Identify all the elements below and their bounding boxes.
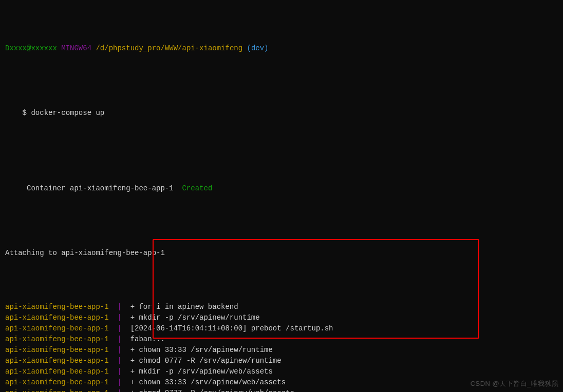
prompt-branch: (dev)	[247, 43, 269, 54]
status-created: Created	[182, 184, 212, 192]
container-name: api-xiaomifeng-bee-app-1	[5, 323, 109, 334]
log-line: api-xiaomifeng-bee-app-1 | + chown 33:33…	[5, 345, 561, 356]
log-line: api-xiaomifeng-bee-app-1 | + mkdir -p /s…	[5, 312, 561, 323]
log-line: api-xiaomifeng-bee-app-1 | + mkdir -p /s…	[5, 366, 561, 377]
prompt-path: /d/phpstudy_pro/WWW/api-xiaomifeng	[96, 43, 242, 54]
shell-prompt-line: Dxxxx@xxxxxx MINGW64 /d/phpstudy_pro/WWW…	[5, 43, 561, 54]
separator: |	[109, 345, 130, 356]
log-message: + chmod 0777 -R /srv/apinew/web/assets	[130, 388, 561, 392]
separator: |	[109, 388, 130, 392]
separator: |	[109, 366, 130, 377]
log-line: api-xiaomifeng-bee-app-1 | + chmod 0777 …	[5, 356, 561, 366]
log-message: + mkdir -p /srv/apinew/web/assets	[130, 366, 561, 377]
container-name: api-xiaomifeng-bee-app-1	[5, 312, 109, 323]
separator: |	[109, 356, 130, 366]
separator: |	[109, 312, 130, 323]
log-message: + for i in apinew backend	[130, 302, 561, 312]
container-name: api-xiaomifeng-bee-app-1	[5, 302, 109, 312]
terminal-output[interactable]: Dxxxx@xxxxxx MINGW64 /d/phpstudy_pro/WWW…	[0, 0, 563, 392]
container-name: api-xiaomifeng-bee-app-1	[5, 345, 109, 356]
log-message: + chown 33:33 /srv/apinew/web/assets	[130, 377, 561, 388]
container-name: api-xiaomifeng-bee-app-1	[5, 334, 109, 345]
container-name: api-xiaomifeng-bee-app-1	[5, 366, 109, 377]
command-line: $ docker-compose up	[5, 97, 561, 129]
log-line: api-xiaomifeng-bee-app-1 | [2024-06-14T1…	[5, 323, 561, 334]
separator: |	[109, 323, 130, 334]
log-message: + mkdir -p /srv/apinew/runtime	[130, 312, 561, 323]
separator: |	[109, 377, 130, 388]
prompt-symbol: $	[23, 109, 31, 117]
log-message: [2024-06-14T16:04:11+08:00] preboot /sta…	[130, 323, 561, 334]
log-line: api-xiaomifeng-bee-app-1 | faban...	[5, 334, 561, 345]
command-text: docker-compose up	[31, 109, 104, 117]
log-line: api-xiaomifeng-bee-app-1 | + chown 33:33…	[5, 377, 561, 388]
separator: |	[109, 302, 130, 312]
container-name: api-xiaomifeng-bee-app-1	[5, 388, 109, 392]
log-lines: api-xiaomifeng-bee-app-1 | + for i in ap…	[5, 302, 561, 392]
log-line: api-xiaomifeng-bee-app-1 | + chmod 0777 …	[5, 388, 561, 392]
prompt-userhost: Dxxxx@xxxxxx	[5, 43, 57, 54]
prompt-shell: MINGW64	[61, 43, 91, 54]
separator: |	[109, 334, 130, 345]
attaching-line: Attaching to api-xiaomifeng-bee-app-1	[5, 248, 561, 259]
log-line: api-xiaomifeng-bee-app-1 | + for i in ap…	[5, 302, 561, 312]
container-name: api-xiaomifeng-bee-app-1	[5, 377, 109, 388]
log-message: + chmod 0777 -R /srv/apinew/runtime	[130, 356, 561, 366]
log-message: + chown 33:33 /srv/apinew/runtime	[130, 345, 561, 356]
container-name: api-xiaomifeng-bee-app-1	[5, 356, 109, 366]
log-message: faban...	[130, 334, 561, 345]
created-line: Container api-xiaomifeng-bee-app-1 Creat…	[5, 172, 561, 205]
